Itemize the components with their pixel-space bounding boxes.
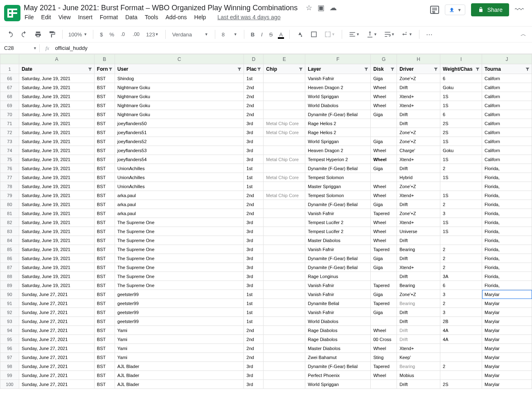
cell-I83[interactable]: 1S <box>440 227 482 236</box>
cell-E88[interactable] <box>264 272 305 281</box>
menu-file[interactable]: File <box>25 14 34 20</box>
cell-B69[interactable]: BST <box>94 101 115 110</box>
cell-A81[interactable]: Saturday, June 19, 2021 <box>19 209 94 218</box>
cell-G87[interactable]: Giga <box>371 263 397 272</box>
cell-E93[interactable] <box>264 317 305 326</box>
cell-F95[interactable]: Rage Diabolos <box>305 335 371 344</box>
paint-format-button[interactable] <box>46 29 58 40</box>
cell-C81[interactable]: arka.paul <box>115 209 244 218</box>
cell-J75[interactable]: Californ <box>482 155 532 164</box>
cell-D96[interactable]: 2nd <box>244 344 264 353</box>
text-color-button[interactable]: A <box>277 30 285 39</box>
cell-H96[interactable]: Xtend+ <box>397 344 440 353</box>
cell-A95[interactable]: Sunday, June 27, 2021 <box>19 335 94 344</box>
cell-I84[interactable] <box>440 236 482 245</box>
header-B[interactable]: Forn <box>94 64 115 74</box>
present-button[interactable]: ▼ <box>445 4 465 15</box>
strikethrough-button[interactable]: S <box>267 30 275 39</box>
cell-F85[interactable]: Vanish Fafnir <box>305 245 371 254</box>
cell-D88[interactable]: 3rd <box>244 272 264 281</box>
cell-G96[interactable]: Wheel <box>371 344 397 353</box>
col-G[interactable]: G <box>371 54 397 64</box>
cell-B91[interactable]: BST <box>94 299 115 308</box>
cell-D87[interactable]: 3rd <box>244 263 264 272</box>
cell-E99[interactable] <box>264 371 305 380</box>
header-D[interactable]: Plac <box>244 64 264 74</box>
cell-B78[interactable]: BST <box>94 182 115 191</box>
filter-icon[interactable] <box>108 67 113 72</box>
cell-C79[interactable]: arka.paul <box>115 191 244 200</box>
cell-I99[interactable] <box>440 371 482 380</box>
cell-F78[interactable]: Master Spriggan <box>305 182 371 191</box>
cell-J93[interactable]: Marylar <box>482 317 532 326</box>
row-head[interactable]: 74 <box>0 146 19 155</box>
cell-F84[interactable]: Master Diabolos <box>305 236 371 245</box>
cell-G98[interactable]: Tapered <box>371 362 397 371</box>
cell-F82[interactable]: Tempest Lucifer 2 <box>305 218 371 227</box>
cell-H70[interactable]: Drift <box>397 110 440 119</box>
cell-H83[interactable]: Universe <box>397 227 440 236</box>
cell-E87[interactable] <box>264 263 305 272</box>
cell-J94[interactable]: Marylar <box>482 326 532 335</box>
cell-F98[interactable]: Dynamite (F-Gear) Belial <box>305 362 371 371</box>
cell-H76[interactable]: Drift <box>397 164 440 173</box>
cell-J91[interactable]: Marylar <box>482 299 532 308</box>
header-J[interactable]: Tourna <box>482 64 532 74</box>
text-rotation-button[interactable]: ▼ <box>399 29 415 40</box>
row-head[interactable]: 88 <box>0 272 19 281</box>
cell-J72[interactable]: Californ <box>482 128 532 137</box>
menu-tools[interactable]: Tools <box>145 14 158 20</box>
cell-F71[interactable]: Rage Helios 2 <box>305 119 371 128</box>
cell-F97[interactable]: Zwei Bahamut <box>305 353 371 362</box>
cell-A73[interactable]: Saturday, June 19, 2021 <box>19 137 94 146</box>
cell-J96[interactable]: Marylar <box>482 344 532 353</box>
cell-B99[interactable]: BST <box>94 371 115 380</box>
row-head[interactable]: 81 <box>0 209 19 218</box>
cell-B75[interactable]: BST <box>94 155 115 164</box>
cell-E82[interactable] <box>264 218 305 227</box>
cell-F94[interactable]: Rage Diabolos <box>305 326 371 335</box>
cell-C100[interactable]: AJL Blader <box>115 380 244 389</box>
cell-D89[interactable]: 3rd <box>244 281 264 290</box>
cell-H84[interactable]: Drift <box>397 236 440 245</box>
col-H[interactable]: H <box>397 54 440 64</box>
more-formats-button[interactable]: 123▼ <box>144 30 161 39</box>
cell-F89[interactable]: Vanish Fafnir <box>305 281 371 290</box>
cell-C74[interactable]: joeyflanders53 <box>115 146 244 155</box>
decrease-decimal-button[interactable]: .0 <box>118 30 128 39</box>
bold-button[interactable]: B <box>248 30 257 39</box>
cell-D99[interactable]: 3rd <box>244 371 264 380</box>
cell-E75[interactable]: Metal Chip Core <box>264 155 305 164</box>
cell-G77[interactable] <box>371 173 397 182</box>
cell-D83[interactable]: 3rd <box>244 227 264 236</box>
cell-J95[interactable]: Marylar <box>482 335 532 344</box>
cell-I75[interactable]: 1S <box>440 155 482 164</box>
cell-I69[interactable]: 1S <box>440 101 482 110</box>
cell-C99[interactable]: AJL Blader <box>115 371 244 380</box>
collapse-toolbar-button[interactable]: ︿ <box>521 31 528 38</box>
cell-A80[interactable]: Saturday, June 19, 2021 <box>19 200 94 209</box>
cell-C97[interactable]: Yami <box>115 353 244 362</box>
row-head[interactable]: 98 <box>0 362 19 371</box>
star-icon[interactable]: ☆ <box>306 4 312 12</box>
cell-B68[interactable]: BST <box>94 92 115 101</box>
cell-H89[interactable]: Bearing <box>397 281 440 290</box>
cell-A79[interactable]: Saturday, June 19, 2021 <box>19 191 94 200</box>
cell-A90[interactable]: Sunday, June 27, 2021 <box>19 290 94 299</box>
cell-J88[interactable]: Florida, <box>482 272 532 281</box>
cell-I74[interactable]: Goku <box>440 146 482 155</box>
filter-icon[interactable] <box>525 67 530 72</box>
cell-F79[interactable]: Tempest Solomon <box>305 191 371 200</box>
filter-icon[interactable] <box>475 67 480 72</box>
cell-D71[interactable]: 3rd <box>244 119 264 128</box>
cell-G70[interactable]: Giga <box>371 110 397 119</box>
row-head[interactable]: 85 <box>0 245 19 254</box>
cell-G90[interactable]: Giga <box>371 290 397 299</box>
cell-J78[interactable]: Florida, <box>482 182 532 191</box>
cell-I71[interactable]: 2S <box>440 119 482 128</box>
cell-H100[interactable]: Drift <box>397 380 440 389</box>
cell-C70[interactable]: Nightmare Goku <box>115 110 244 119</box>
cell-A70[interactable]: Saturday, June 19, 2021 <box>19 110 94 119</box>
cell-C67[interactable]: Nightmare Goku <box>115 83 244 92</box>
cell-J80[interactable]: Florida, <box>482 200 532 209</box>
